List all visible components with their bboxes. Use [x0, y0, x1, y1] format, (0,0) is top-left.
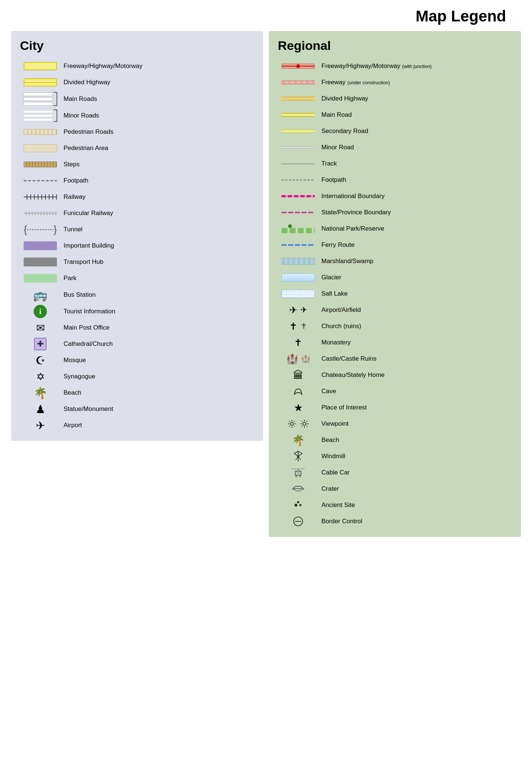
reg-intl-boundary-icon	[278, 195, 318, 197]
airport-label: Airport	[61, 421, 82, 429]
legend-row-reg-chateau: 🏛 Chateau/Stately Home	[278, 367, 512, 383]
city-panel-title: City	[20, 38, 254, 53]
reg-airport-icon: ✈ ✈	[278, 304, 318, 316]
reg-beach-label: Beach	[318, 436, 339, 444]
reg-chateau-label: Chateau/Stately Home	[318, 371, 385, 379]
reg-footpath-label: Footpath	[318, 176, 346, 184]
reg-interest-label: Place of Interest	[318, 404, 367, 412]
svg-line-6	[294, 426, 295, 427]
tunnel-label: Tunnel	[61, 225, 82, 234]
legend-row-reg-freeway: Freeway/Highway/Motorway (with junction)	[278, 58, 512, 74]
legend-row-park: Park	[20, 270, 254, 286]
reg-track-icon	[278, 163, 318, 164]
reg-track-label: Track	[318, 160, 337, 168]
bus-station-icon: 🚌	[20, 288, 61, 302]
legend-row-mosque: ☪ Mosque	[20, 352, 254, 368]
legend-row-important-building: Important Building	[20, 238, 254, 254]
reg-cave-label: Cave	[318, 387, 336, 395]
reg-minor-road-label: Minor Road	[318, 143, 354, 152]
svg-line-5	[289, 421, 290, 422]
park-icon	[20, 274, 61, 283]
synagogue-icon: ✡	[20, 371, 61, 383]
reg-crater-icon	[278, 485, 318, 493]
beach-icon: 🌴	[20, 387, 61, 399]
airport-icon: ✈	[20, 419, 61, 432]
reg-freeway-uc-label: Freeway (under construction)	[318, 78, 390, 86]
svg-point-36	[297, 501, 299, 503]
reg-national-park-label: National Park/Reserve	[318, 225, 384, 233]
legend-row-post-office: ✉ Main Post Office	[20, 320, 254, 336]
reg-freeway-label: Freeway/Highway/Motorway (with junction)	[318, 62, 432, 70]
railway-label: Railway	[61, 193, 86, 201]
reg-windmill-icon	[278, 450, 318, 463]
svg-line-17	[301, 426, 303, 427]
legend-row-reg-freeway-uc: Freeway (under construction)	[278, 74, 512, 91]
cable-car-svg	[291, 466, 306, 479]
legend-columns: City Freeway/Highway/Motorway Divided Hi…	[11, 31, 521, 537]
reg-church-icon: ✝ ✝	[278, 321, 318, 332]
reg-glacier-label: Glacier	[318, 273, 341, 282]
legend-row-funicular: Funicular Railway	[20, 205, 254, 221]
legend-row-railway: Railway	[20, 189, 254, 205]
post-office-icon: ✉	[20, 322, 61, 334]
legend-row-bus-station: 🚌 Bus Station	[20, 286, 254, 303]
legend-row-tunnel: { } Tunnel	[20, 221, 254, 238]
reg-castle-icon: 🏰 🏰	[278, 353, 318, 365]
reg-divided-icon	[278, 97, 318, 101]
legend-row-synagogue: ✡ Synagogue	[20, 368, 254, 385]
reg-freeway-uc-icon	[278, 81, 318, 84]
legend-row-reg-ancient-site: Ancient Site	[278, 497, 512, 513]
mosque-label: Mosque	[61, 356, 86, 364]
regional-panel-title: Regional	[278, 38, 512, 53]
reg-ferry-label: Ferry Route	[318, 241, 355, 249]
reg-intl-boundary-label: International Boundary	[318, 192, 385, 200]
legend-row-reg-airport: ✈ ✈ Airport/Airfield	[278, 302, 512, 318]
viewpoint-svg-1	[287, 419, 297, 429]
bus-station-label: Bus Station	[61, 291, 96, 299]
tourist-info-label: Tourist Information	[61, 307, 115, 316]
legend-row-reg-track: Track	[278, 156, 512, 172]
post-office-label: Main Post Office	[61, 324, 109, 332]
reg-monastery-label: Monastery	[318, 338, 351, 347]
legend-row-reg-interest: ★ Place of Interest	[278, 399, 512, 416]
reg-main-road-label: Main Road	[318, 111, 352, 119]
reg-divided-label: Divided Highway	[318, 95, 368, 103]
ancient-site-svg	[292, 500, 304, 510]
reg-secondary-road-label: Secondary Road	[318, 127, 368, 135]
legend-row-reg-glacier: Glacier	[278, 269, 512, 286]
svg-point-35	[299, 504, 301, 506]
legend-row-cathedral: ✚ Cathedral/Church	[20, 336, 254, 352]
cave-svg	[291, 386, 305, 396]
reg-ferry-icon	[278, 244, 318, 246]
reg-salt-lake-icon	[278, 290, 318, 298]
important-building-icon	[20, 241, 61, 250]
legend-row-reg-marshland: Marshland/Swamp	[278, 253, 512, 269]
legend-row-main-roads: Main Roads	[20, 91, 254, 108]
svg-line-15	[306, 426, 307, 427]
legend-row-reg-castle: 🏰 🏰 Castle/Castle Ruins	[278, 351, 512, 367]
legend-row-reg-monastery: ✝ Monastery	[278, 334, 512, 351]
legend-row-reg-secondary-road: Secondary Road	[278, 123, 512, 139]
important-building-label: Important Building	[61, 242, 114, 250]
tourist-info-icon: i	[20, 305, 61, 318]
legend-row-minor-roads: Minor Roads	[20, 108, 254, 124]
steps-label: Steps	[61, 160, 79, 169]
reg-viewpoint-label: Viewpoint	[318, 420, 348, 428]
footpath-label: Footpath	[61, 177, 88, 185]
legend-row-reg-salt-lake: Salt Lake	[278, 286, 512, 302]
cathedral-label: Cathedral/Church	[61, 340, 113, 348]
reg-secondary-road-icon	[278, 130, 318, 133]
legend-row-divided-hwy: Divided Highway	[20, 74, 254, 91]
viewpoint-svg-2	[300, 419, 309, 429]
legend-row-beach: 🌴 Beach	[20, 385, 254, 401]
reg-cable-car-icon	[278, 466, 318, 479]
svg-line-8	[289, 426, 290, 427]
funicular-icon	[20, 211, 61, 215]
reg-crater-label: Crater	[318, 485, 339, 493]
legend-row-ped-area: Pedestrian Area	[20, 140, 254, 156]
reg-marshland-label: Marshland/Swamp	[318, 257, 374, 265]
freeway-label: Freeway/Highway/Motorway	[61, 62, 143, 70]
ped-roads-label: Pedestrian Roads	[61, 128, 113, 136]
legend-row-reg-main-road: Main Road	[278, 107, 512, 123]
reg-church-label: Church (ruins)	[318, 322, 361, 330]
